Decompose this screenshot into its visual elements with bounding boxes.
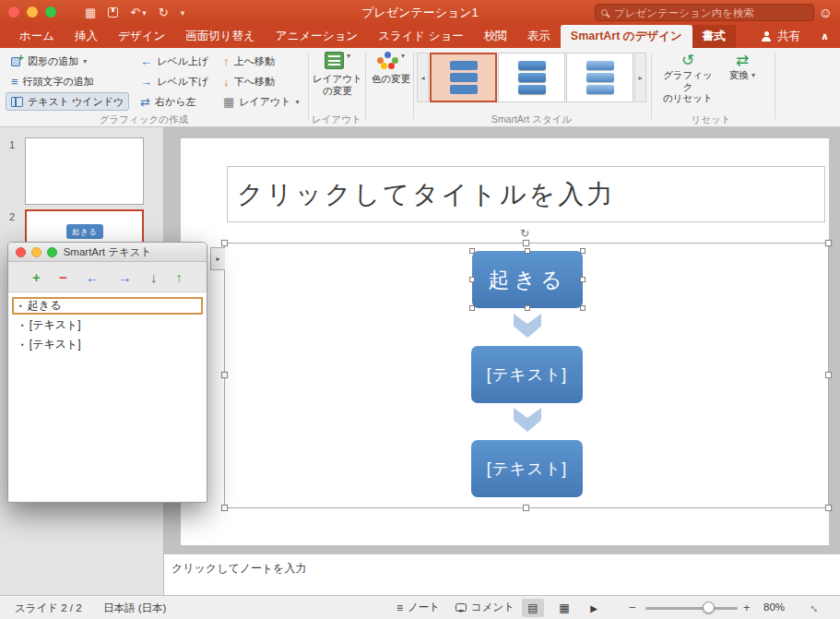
add-bullet-button[interactable]: ≡ 行頭文字の追加	[6, 72, 100, 90]
remove-item-button[interactable]: −	[59, 270, 67, 284]
tabrow-spacer	[736, 25, 751, 48]
close-button[interactable]	[16, 247, 26, 257]
notes-pane[interactable]: クリックしてノートを入力	[164, 554, 840, 595]
search-box[interactable]	[595, 4, 814, 21]
node-resize-handle[interactable]	[469, 305, 475, 311]
zoom-button[interactable]	[45, 6, 56, 18]
close-button[interactable]	[8, 6, 19, 18]
notes-toggle-button[interactable]: ≡ ノート	[396, 601, 440, 614]
layout-button[interactable]: ▦ レイアウト ▾	[218, 92, 305, 111]
zoom-button[interactable]	[47, 247, 57, 257]
smartart-style-option-2[interactable]	[498, 53, 565, 102]
view-normal-button[interactable]: ▤	[522, 599, 544, 617]
demote-button[interactable]: → レベル下げ	[135, 72, 214, 90]
resize-handle[interactable]	[221, 240, 228, 246]
slide-canvas[interactable]: クリックしてタイトルを入力 ↻ ▸ 起きる	[181, 138, 829, 545]
fit-slide-icon[interactable]: ↔	[807, 599, 825, 617]
tab-format[interactable]: 書式	[692, 25, 736, 48]
node-resize-handle[interactable]	[469, 248, 475, 254]
smartart-style-option-3[interactable]	[566, 53, 633, 102]
change-layout-button[interactable]: ▾ レイアウト の変更	[312, 52, 363, 96]
comments-toggle-button[interactable]: コメント	[455, 601, 515, 614]
node-resize-handle[interactable]	[580, 277, 586, 282]
minimize-button[interactable]	[31, 247, 41, 257]
node-resize-handle[interactable]	[580, 248, 586, 254]
resize-handle[interactable]	[523, 240, 529, 246]
resize-handle[interactable]	[825, 240, 832, 246]
search-input[interactable]	[612, 6, 808, 19]
title-placeholder[interactable]: クリックしてタイトルを入力	[227, 166, 825, 222]
add-shape-button[interactable]: 図形の追加 ▾	[6, 52, 92, 70]
node-resize-handle[interactable]	[525, 305, 530, 311]
change-colors-button[interactable]: ▾ 色の変更	[369, 52, 413, 85]
zoom-out-button[interactable]: −	[629, 601, 636, 614]
tab-smartart-design[interactable]: SmartArt のデザイン	[561, 25, 692, 48]
smartart-node-2[interactable]: [テキスト]	[471, 346, 583, 403]
node-resize-handle[interactable]	[580, 305, 586, 311]
tab-slideshow[interactable]: スライド ショー	[368, 25, 474, 48]
minimize-button[interactable]	[27, 6, 38, 18]
convert-label: 変換	[729, 69, 749, 81]
toolbar-options-caret-icon[interactable]: ▾	[181, 8, 185, 18]
move-up-label: 上へ移動	[234, 54, 275, 68]
smartart-text-window-titlebar[interactable]: SmartArt テキスト	[8, 243, 207, 262]
zoom-level[interactable]: 80%	[763, 601, 785, 613]
move-up-button[interactable]: ↑ 上へ移動	[218, 52, 280, 70]
list-item[interactable]: ▪ [テキスト]	[12, 336, 203, 353]
gallery-scroll-right-button[interactable]: ▸	[634, 53, 646, 102]
move-down-button[interactable]: ↓ 下へ移動	[218, 72, 280, 90]
move-item-down-button[interactable]: ↓	[150, 270, 158, 284]
ribbon-collapse-icon[interactable]: ∧	[810, 25, 840, 48]
tab-insert[interactable]: 挿入	[65, 25, 108, 48]
tab-design[interactable]: デザイン	[108, 25, 175, 48]
slide-1-number: 1	[9, 139, 15, 150]
feedback-smiley-icon[interactable]: ☺	[819, 5, 833, 20]
promote-item-button[interactable]: ←	[86, 270, 100, 284]
zoom-slider-knob[interactable]	[703, 601, 715, 613]
list-item[interactable]: ▪ [テキスト]	[12, 316, 203, 334]
add-bullet-icon: ≡	[11, 76, 18, 88]
right-to-left-button[interactable]: ⇄ 右から左	[135, 92, 201, 111]
zoom-in-button[interactable]: +	[743, 601, 751, 614]
tab-animations[interactable]: アニメーション	[266, 25, 368, 48]
tab-view[interactable]: 表示	[517, 25, 561, 48]
tab-home[interactable]: ホーム	[9, 25, 65, 48]
node-resize-handle[interactable]	[525, 248, 530, 254]
demote-item-button[interactable]: →	[118, 270, 132, 284]
resize-handle[interactable]	[221, 372, 228, 378]
smartart-style-option-1[interactable]	[430, 53, 497, 102]
view-slideshow-button[interactable]: ▶	[583, 599, 605, 617]
smartart-node-3[interactable]: [テキスト]	[471, 440, 583, 497]
smartart-text-window[interactable]: SmartArt テキスト + − ← → ↓ ↑ ▪ 起きる ▪ [テキスト]…	[7, 242, 207, 503]
tab-transitions[interactable]: 画面切り替え	[175, 25, 266, 48]
zoom-slider-track[interactable]	[645, 607, 738, 610]
undo-button[interactable]: ↶▾	[130, 6, 146, 19]
view-slide-sorter-button[interactable]: ▦	[553, 599, 575, 617]
resize-handle[interactable]	[221, 505, 228, 511]
list-item-text: [テキスト]	[30, 317, 81, 333]
node-resize-handle[interactable]	[469, 277, 475, 282]
slide-1-thumbnail[interactable]	[25, 137, 144, 205]
convert-button[interactable]: ⇄ 変換 ▾	[721, 52, 763, 81]
save-button[interactable]	[108, 7, 118, 18]
language-indicator[interactable]: 日本語 (日本)	[103, 601, 166, 615]
rotate-handle-icon[interactable]: ↻	[520, 227, 529, 240]
move-item-up-button[interactable]: ↑	[175, 270, 183, 284]
resize-handle[interactable]	[825, 372, 832, 378]
share-button[interactable]: 共有	[751, 25, 810, 48]
reset-graphic-button[interactable]: ↺ グラフィック のリセット	[658, 52, 717, 104]
list-item[interactable]: ▪ 起きる	[12, 297, 203, 315]
resize-handle[interactable]	[523, 505, 529, 511]
gallery-scroll-left-button[interactable]: ◂	[417, 53, 429, 102]
notes-placeholder[interactable]: クリックしてノートを入力	[172, 561, 307, 577]
redo-button[interactable]: ↻	[159, 6, 169, 19]
text-pane-collapse-handle[interactable]: ▸	[210, 247, 225, 270]
resize-handle[interactable]	[825, 505, 832, 511]
add-item-button[interactable]: +	[32, 270, 41, 284]
ribbon-divider	[308, 53, 309, 119]
tiles-icon[interactable]: ▦	[85, 6, 96, 19]
promote-button[interactable]: ← レベル上げ	[135, 52, 214, 70]
smartart-node-1[interactable]: 起きる	[472, 251, 583, 308]
text-pane-toggle-button[interactable]: テキスト ウインドウ	[6, 92, 129, 111]
tab-review[interactable]: 校閲	[474, 25, 517, 48]
